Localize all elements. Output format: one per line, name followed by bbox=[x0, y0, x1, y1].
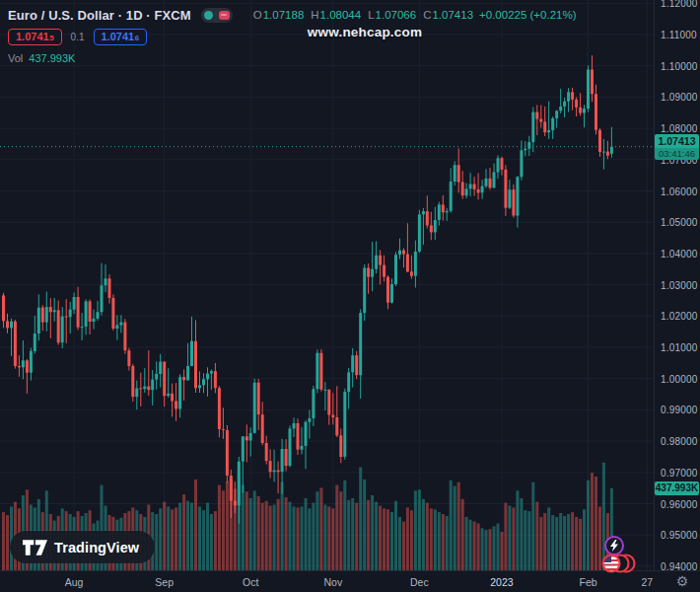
time-axis-label: Nov bbox=[323, 576, 342, 588]
bid-price-pip: 5 bbox=[49, 34, 53, 42]
time-axis-label: Sep bbox=[155, 576, 174, 588]
price-axis-label: 1.06000 bbox=[661, 185, 698, 196]
open-label: O bbox=[253, 9, 262, 21]
tradingview-logo-icon bbox=[23, 540, 47, 555]
buy-ask-button[interactable]: 1.07416 bbox=[94, 29, 148, 45]
price-axis-label: 1.10000 bbox=[661, 60, 698, 71]
symbol-title[interactable]: Euro / U.S. Dollar · 1D · FXCM bbox=[8, 8, 191, 23]
price-axis-label: 1.02000 bbox=[661, 311, 698, 322]
price-axis-label: 0.98000 bbox=[661, 436, 698, 447]
tradingview-chart-window: 1.120001.110001.100001.090001.080001.070… bbox=[0, 0, 700, 592]
volume-label: Vol bbox=[8, 52, 23, 64]
low-value: 1.07066 bbox=[376, 9, 417, 21]
candlestick-chart-canvas[interactable] bbox=[0, 0, 654, 570]
change-value: +0.00225 (+0.21%) bbox=[479, 9, 576, 21]
time-axis-label: 2023 bbox=[490, 576, 513, 588]
price-axis-label: 1.00000 bbox=[661, 373, 698, 384]
price-axis-label: 0.99000 bbox=[661, 405, 698, 415]
bid-price: 1.0741 bbox=[16, 31, 49, 42]
price-axis-label: 0.96000 bbox=[661, 498, 698, 509]
price-axis-label: 0.97000 bbox=[661, 467, 698, 478]
open-value: 1.07188 bbox=[263, 9, 305, 21]
high-label: H bbox=[311, 9, 318, 21]
time-axis-label: Feb bbox=[579, 576, 596, 588]
axis-settings-gear-icon[interactable]: ⚙ bbox=[666, 570, 698, 592]
price-axis-label: 1.05000 bbox=[661, 217, 698, 228]
ask-price: 1.0741 bbox=[102, 31, 135, 42]
volume-readout: Vol437.993K bbox=[8, 52, 577, 64]
price-axis-label: 1.03000 bbox=[661, 279, 698, 290]
candles-layer bbox=[2, 55, 613, 524]
ask-price-pip: 6 bbox=[135, 34, 139, 42]
volume-badge: 437.993K bbox=[655, 481, 699, 495]
price-axis-label: 1.09000 bbox=[661, 92, 698, 103]
time-axis-label: 27 bbox=[641, 576, 653, 588]
chart-legend: Euro / U.S. Dollar · 1D · FXCM O1.07188 … bbox=[8, 6, 577, 64]
close-label: C bbox=[423, 9, 431, 21]
time-axis-label: Dec bbox=[410, 576, 429, 588]
tradingview-logo[interactable]: TradingView bbox=[10, 531, 155, 563]
price-axis-label: 1.04000 bbox=[661, 248, 698, 259]
last-price-value: 1.07413 bbox=[655, 134, 699, 148]
price-axis-label: 1.08000 bbox=[661, 123, 698, 134]
lightning-bolt-glyph bbox=[609, 540, 619, 552]
ohlc-readout: O1.07188 H1.08044 L1.07066 C1.07413 +0.0… bbox=[246, 9, 577, 21]
price-axis-label: 1.01000 bbox=[661, 342, 698, 353]
bar-close-countdown: 03:41:46 bbox=[655, 148, 699, 160]
price-axis-label: 1.12000 bbox=[661, 0, 698, 9]
price-axis-label: 1.11000 bbox=[661, 30, 697, 40]
last-price-badge: 1.07413 03:41:46 bbox=[655, 134, 699, 160]
market-status-toggle[interactable] bbox=[201, 8, 233, 23]
high-value: 1.08044 bbox=[320, 9, 362, 21]
economic-events-flag-icon[interactable] bbox=[595, 553, 639, 574]
sell-bid-button[interactable]: 1.07415 bbox=[8, 29, 62, 45]
time-axis-label: Oct bbox=[243, 576, 258, 588]
price-axis-label: 0.95000 bbox=[661, 530, 698, 541]
spread-value: 0.1 bbox=[71, 32, 85, 42]
market-open-dot-icon bbox=[204, 11, 213, 20]
grid-layer bbox=[0, 0, 654, 570]
us-flag-icon bbox=[602, 555, 620, 572]
market-flag-icon bbox=[219, 11, 230, 20]
tradingview-logo-text: TradingView bbox=[54, 540, 139, 555]
time-axis-label: Aug bbox=[65, 576, 84, 588]
low-label: L bbox=[368, 9, 374, 21]
close-value: 1.07413 bbox=[432, 9, 473, 21]
volume-value: 437.993K bbox=[29, 52, 75, 64]
